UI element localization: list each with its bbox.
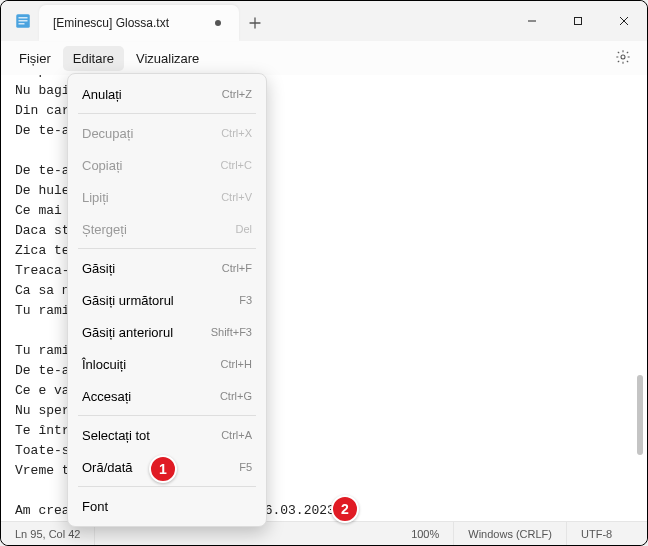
menu-separator (78, 113, 256, 114)
menu-separator (78, 248, 256, 249)
annotation-badge-2: 2 (331, 495, 359, 523)
menu-font[interactable]: Font (72, 490, 262, 522)
app-icon (11, 9, 35, 33)
scroll-thumb[interactable] (637, 375, 643, 455)
svg-rect-2 (19, 20, 28, 21)
menu-replace[interactable]: ÎnlocuițiCtrl+H (72, 348, 262, 380)
menu-undo[interactable]: AnulațiCtrl+Z (72, 78, 262, 110)
menu-delete[interactable]: ȘtergețiDel (72, 213, 262, 245)
menu-cut[interactable]: DecupațiCtrl+X (72, 117, 262, 149)
svg-rect-1 (19, 17, 28, 18)
close-button[interactable] (601, 1, 647, 41)
menu-find[interactable]: GăsițiCtrl+F (72, 252, 262, 284)
tab-title: [Eminescu] Glossa.txt (53, 16, 207, 30)
maximize-button[interactable] (555, 1, 601, 41)
unsaved-indicator-icon (215, 20, 221, 26)
annotation-badge-1: 1 (149, 455, 177, 483)
menu-select-all[interactable]: Selectați totCtrl+A (72, 419, 262, 451)
menu-find-next[interactable]: Găsiți următorulF3 (72, 284, 262, 316)
vertical-scrollbar[interactable] (631, 75, 645, 521)
document-tab[interactable]: [Eminescu] Glossa.txt (39, 5, 239, 41)
svg-rect-4 (575, 18, 582, 25)
menu-view[interactable]: Vizualizare (126, 46, 209, 71)
menu-separator (78, 486, 256, 487)
minimize-button[interactable] (509, 1, 555, 41)
settings-button[interactable] (607, 44, 639, 73)
menu-separator (78, 415, 256, 416)
menu-file[interactable]: Fișier (9, 46, 61, 71)
menu-paste[interactable]: LipițiCtrl+V (72, 181, 262, 213)
status-encoding[interactable]: UTF-8 (567, 522, 647, 545)
svg-point-5 (621, 55, 625, 59)
status-zoom[interactable]: 100% (397, 522, 454, 545)
menu-find-prev[interactable]: Găsiți anteriorulShift+F3 (72, 316, 262, 348)
menu-edit[interactable]: Editare (63, 46, 124, 71)
menu-goto[interactable]: AccesațiCtrl+G (72, 380, 262, 412)
new-tab-button[interactable] (239, 7, 271, 39)
svg-rect-3 (19, 23, 25, 24)
title-bar: [Eminescu] Glossa.txt (1, 1, 647, 41)
menu-bar: Fișier Editare Vizualizare (1, 41, 647, 75)
status-line-ending[interactable]: Windows (CRLF) (454, 522, 567, 545)
menu-copy[interactable]: CopiațiCtrl+C (72, 149, 262, 181)
